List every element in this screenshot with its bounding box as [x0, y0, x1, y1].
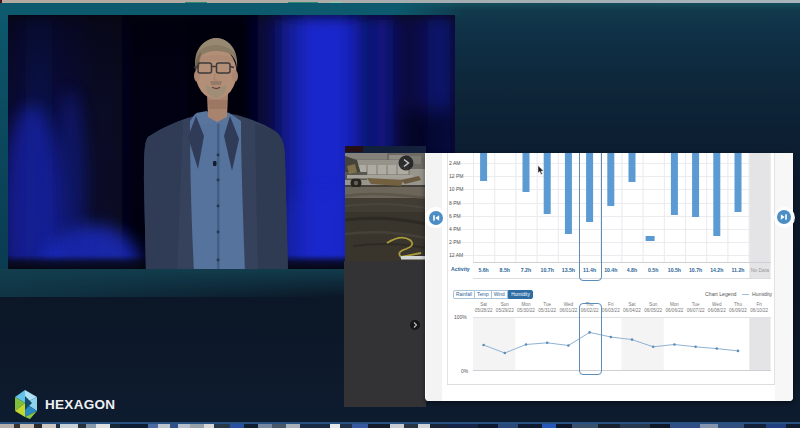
svg-text:0.5h: 0.5h	[648, 267, 658, 273]
svg-text:14.2h: 14.2h	[710, 267, 723, 273]
svg-text:13.5h: 13.5h	[562, 267, 575, 273]
svg-text:Wed: Wed	[712, 302, 722, 307]
svg-text:Sat: Sat	[629, 302, 637, 307]
svg-text:05/31/22: 05/31/22	[538, 308, 556, 313]
svg-text:05/28/22: 05/28/22	[475, 308, 493, 313]
svg-text:Sun: Sun	[501, 302, 510, 307]
svg-text:No Data: No Data	[751, 267, 770, 273]
svg-text:10.7h: 10.7h	[689, 267, 702, 273]
svg-text:Fri: Fri	[757, 302, 762, 307]
svg-text:06/01/22: 06/01/22	[559, 308, 577, 313]
svg-text:Mon: Mon	[670, 302, 679, 307]
svg-text:Mon: Mon	[522, 302, 531, 307]
svg-text:11.2h: 11.2h	[732, 267, 745, 273]
svg-text:06/05/22: 06/05/22	[644, 308, 662, 313]
svg-text:Tue: Tue	[692, 302, 700, 307]
svg-text:Tue: Tue	[543, 302, 551, 307]
svg-text:8.5h: 8.5h	[500, 267, 510, 273]
svg-text:06/09/22: 06/09/22	[729, 308, 747, 313]
svg-text:10.7h: 10.7h	[541, 267, 554, 273]
svg-text:05/30/22: 05/30/22	[517, 308, 535, 313]
svg-text:06/07/22: 06/07/22	[687, 308, 705, 313]
svg-text:Sat: Sat	[480, 302, 488, 307]
svg-text:Wed: Wed	[564, 302, 574, 307]
svg-text:Sun: Sun	[649, 302, 658, 307]
svg-text:5.6h: 5.6h	[478, 267, 488, 273]
svg-text:10.4h: 10.4h	[604, 267, 617, 273]
svg-text:HEXAGON: HEXAGON	[45, 397, 115, 412]
svg-text:4.8h: 4.8h	[627, 267, 637, 273]
svg-text:06/10/22: 06/10/22	[750, 308, 768, 313]
svg-text:10.5h: 10.5h	[668, 267, 681, 273]
svg-text:05/29/22: 05/29/22	[496, 308, 514, 313]
svg-text:Thu: Thu	[734, 302, 742, 307]
svg-text:Fri: Fri	[608, 302, 613, 307]
svg-text:06/04/22: 06/04/22	[623, 308, 641, 313]
svg-text:06/03/22: 06/03/22	[602, 308, 620, 313]
svg-text:7.2h: 7.2h	[521, 267, 531, 273]
svg-text:06/06/22: 06/06/22	[665, 308, 683, 313]
svg-text:06/08/22: 06/08/22	[708, 308, 726, 313]
